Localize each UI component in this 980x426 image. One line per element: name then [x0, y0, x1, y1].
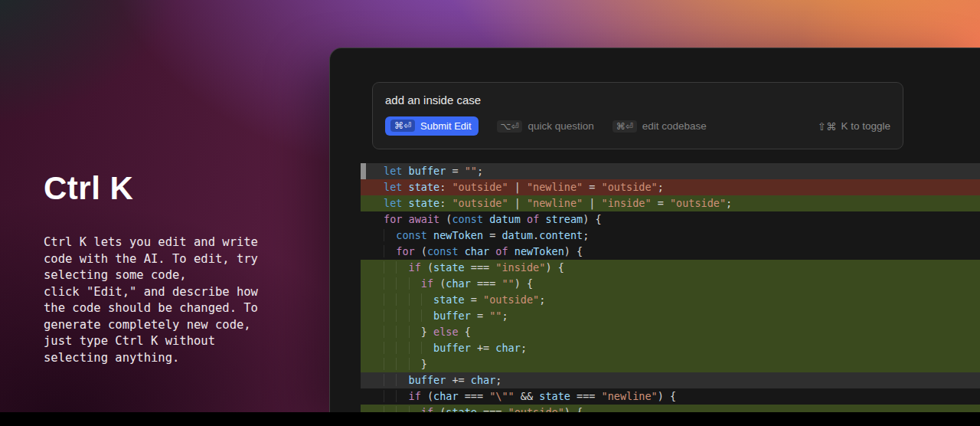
code-line: state = "outside"; [361, 292, 980, 308]
code-line: } else { [361, 324, 980, 340]
bottom-bar [0, 412, 980, 426]
code-line: if (char === "") { [361, 276, 980, 292]
submit-edit-label: Submit Edit [420, 120, 471, 132]
cmd-enter-keys-icon: ⌘⏎ [612, 120, 637, 133]
edit-codebase-button[interactable]: ⌘⏎ edit codebase [612, 120, 707, 133]
code-line: buffer += char; [361, 372, 980, 388]
code-line: for (const char of newToken) { [361, 244, 980, 260]
page-title: Ctrl K [44, 170, 304, 207]
diff-marker [361, 163, 366, 179]
toggle-hint-label: K to toggle [841, 120, 890, 132]
code-line: let state: "outside" | "newline" = "outs… [361, 179, 980, 195]
code-line: buffer += char; [361, 340, 980, 356]
code-line: const newToken = datum.content; [361, 228, 980, 244]
code-line: let buffer = ""; [361, 163, 980, 179]
code-line: if (state === "outside") { [361, 405, 980, 412]
toggle-hint: ⇧⌘ K to toggle [818, 120, 890, 133]
code-line: if (state === "inside") { [361, 260, 980, 276]
code-line: let state: "outside" | "newline" | "insi… [361, 195, 980, 211]
hero-description: Ctrl K lets you edit and write code with… [44, 234, 304, 366]
edit-codebase-label: edit codebase [642, 120, 707, 132]
code-line: } [361, 356, 980, 372]
code-line: if (char === "\"" && state === "newline"… [361, 388, 980, 405]
ctrl-k-prompt: add an inside case ⌘⏎ Submit Edit ⌥⏎ qui… [372, 82, 903, 149]
quick-question-label: quick question [528, 120, 593, 132]
cmd-enter-keys-icon: ⌘⏎ [390, 120, 415, 132]
code-area[interactable]: let buffer = "";let state: "outside" | "… [361, 163, 980, 412]
code-line: buffer = ""; [361, 308, 980, 324]
prompt-actions: ⌘⏎ Submit Edit ⌥⏎ quick question ⌘⏎ edit… [385, 116, 890, 136]
shift-cmd-keys-icon: ⇧⌘ [818, 120, 837, 133]
code-line: for await (const datum of stream) { [361, 211, 980, 228]
option-enter-keys-icon: ⌥⏎ [497, 120, 523, 133]
editor-window: add an inside case ⌘⏎ Submit Edit ⌥⏎ qui… [329, 48, 980, 412]
prompt-input[interactable]: add an inside case [385, 93, 890, 108]
hero: Ctrl K Ctrl K lets you edit and write co… [44, 170, 304, 366]
quick-question-button[interactable]: ⌥⏎ quick question [497, 120, 594, 133]
submit-edit-button[interactable]: ⌘⏎ Submit Edit [385, 116, 479, 136]
